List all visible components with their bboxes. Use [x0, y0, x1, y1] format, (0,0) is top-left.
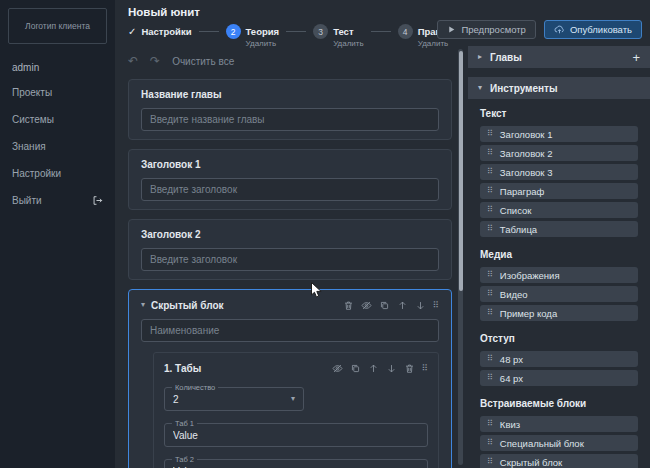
- tool-item-label: Видео: [500, 289, 528, 300]
- trash-icon[interactable]: [343, 300, 354, 311]
- page-title: Новый юнит: [128, 6, 200, 18]
- drag-handle-icon: ⠿: [487, 168, 493, 176]
- tool-item-label: Квиз: [500, 419, 520, 430]
- sidebar-item-label: Выйти: [12, 195, 42, 206]
- step-label: Теория: [246, 24, 280, 39]
- tool-item-label: 48 px: [500, 354, 523, 365]
- editor-toolbar: ↶ ↷ Очистить все: [128, 52, 452, 70]
- tab1-input[interactable]: [173, 430, 419, 441]
- sidebar-item-settings[interactable]: Настройки: [0, 160, 115, 187]
- eye-off-icon[interactable]: [332, 363, 343, 374]
- header: Новый юнит ✓ Настройки 2 Теория Удалить …: [115, 0, 650, 46]
- username: admin: [0, 52, 115, 79]
- tools-header-label: Инструменты: [490, 83, 558, 94]
- field-label: Таб 2: [172, 455, 197, 464]
- hidden-block-name-input[interactable]: [141, 319, 439, 342]
- tool-item-quiz[interactable]: ⠿Квиз: [480, 416, 638, 432]
- tool-item-label: Таблица: [500, 224, 537, 235]
- sidebar-nav: Проекты Системы Знания Настройки Выйти: [0, 79, 115, 214]
- tabs-block-title: 1. Табы: [164, 362, 201, 375]
- check-icon: ✓: [128, 24, 136, 39]
- tool-item-images[interactable]: ⠿Изображения: [480, 267, 638, 283]
- cloud-upload-icon: [554, 24, 565, 35]
- arrow-up-icon[interactable]: [397, 300, 408, 311]
- arrow-down-icon[interactable]: [386, 363, 397, 374]
- tool-item-label: Скрытый блок: [500, 457, 562, 468]
- trash-icon[interactable]: [404, 363, 415, 374]
- tool-item-heading2[interactable]: ⠿Заголовок 2: [480, 145, 638, 161]
- client-logo: Логотип клиента: [8, 8, 107, 44]
- drag-handle-icon: ⠿: [487, 290, 493, 298]
- field-label: Таб 1: [172, 419, 197, 428]
- preview-button[interactable]: Предпросмотр: [437, 20, 535, 39]
- drag-handle-icon: ⠿: [487, 187, 493, 195]
- redo-icon[interactable]: ↷: [150, 55, 160, 67]
- tool-item-paragraph[interactable]: ⠿Параграф: [480, 183, 638, 199]
- sidebar-item-label: Знания: [12, 141, 46, 152]
- tools-header[interactable]: ▾ Инструменты: [468, 77, 650, 99]
- clear-all-button[interactable]: Очистить все: [172, 56, 234, 67]
- sidebar-item-projects[interactable]: Проекты: [0, 79, 115, 106]
- chapter-name-input[interactable]: [141, 108, 439, 131]
- arrow-up-icon[interactable]: [368, 363, 379, 374]
- chapter-name-card: Название главы: [128, 79, 452, 140]
- step-number-badge: 2: [226, 24, 241, 39]
- tab1-field: Таб 1: [164, 423, 428, 447]
- tool-item-table[interactable]: ⠿Таблица: [480, 221, 638, 237]
- sidebar-item-logout[interactable]: Выйти: [0, 187, 115, 214]
- copy-icon[interactable]: [350, 363, 361, 374]
- heading1-card: Заголовок 1: [128, 149, 452, 210]
- heading1-input[interactable]: [141, 178, 439, 201]
- tool-group-title: Медиа: [480, 249, 638, 260]
- drag-handle-icon[interactable]: ⠿: [433, 301, 439, 310]
- tool-item-spacer-48[interactable]: ⠿48 px: [480, 351, 638, 367]
- drag-handle-icon: ⠿: [487, 439, 493, 447]
- arrow-down-icon[interactable]: [415, 300, 426, 311]
- heading2-input[interactable]: [141, 248, 439, 271]
- sidebar-item-knowledge[interactable]: Знания: [0, 133, 115, 160]
- chapters-header[interactable]: ▸ Главы +: [468, 46, 650, 68]
- tool-item-heading3[interactable]: ⠿Заголовок 3: [480, 164, 638, 180]
- drag-handle-icon: ⠿: [487, 374, 493, 382]
- step-number-badge: 3: [313, 24, 328, 39]
- editor-canvas: ↶ ↷ Очистить все Название главы Заголово…: [115, 46, 468, 468]
- drag-handle-icon: ⠿: [487, 420, 493, 428]
- hidden-block-actions: ⠿: [343, 300, 439, 311]
- heading2-card: Заголовок 2: [128, 219, 452, 280]
- chapters-header-label: Главы: [490, 52, 522, 63]
- tool-item-spacer-64[interactable]: ⠿64 px: [480, 370, 638, 386]
- tool-group-title: Текст: [480, 108, 638, 119]
- tool-item-heading1[interactable]: ⠿Заголовок 1: [480, 126, 638, 142]
- step-settings[interactable]: ✓ Настройки: [128, 24, 192, 39]
- sidebar-item-label: Настройки: [12, 168, 61, 179]
- tabs-count-select[interactable]: Количество 2 ▾: [164, 387, 304, 411]
- tool-item-label: Специальный блок: [500, 438, 584, 449]
- tool-item-hidden-block[interactable]: ⠿Скрытый блок: [480, 454, 638, 468]
- tool-item-label: Заголовок 2: [500, 148, 553, 159]
- sidebar-item-systems[interactable]: Системы: [0, 106, 115, 133]
- tool-item-video[interactable]: ⠿Видео: [480, 286, 638, 302]
- scrollbar-thumb[interactable]: [459, 51, 463, 291]
- app-root: Логотип клиента admin Проекты Системы Зн…: [0, 0, 650, 468]
- eye-off-icon[interactable]: [361, 300, 372, 311]
- tool-item-label: Заголовок 3: [500, 167, 553, 178]
- drag-handle-icon: ⠿: [487, 225, 493, 233]
- card-title: Заголовок 2: [141, 228, 439, 241]
- client-logo-label: Логотип клиента: [25, 21, 90, 31]
- copy-icon[interactable]: [379, 300, 390, 311]
- tool-item-list[interactable]: ⠿Список: [480, 202, 638, 218]
- tool-group-title: Встраиваемые блоки: [480, 398, 638, 409]
- chevron-down-icon[interactable]: ▾: [141, 301, 145, 309]
- tool-item-code-sample[interactable]: ⠿Пример кода: [480, 305, 638, 321]
- tool-item-special-block[interactable]: ⠿Специальный блок: [480, 435, 638, 451]
- hidden-block-header: ▾ Скрытый блок ⠿: [141, 298, 439, 312]
- hidden-block-title: Скрытый блок: [151, 299, 224, 312]
- hidden-block-card[interactable]: ▾ Скрытый блок ⠿ 1. Табы: [128, 289, 452, 468]
- card-title: Название главы: [141, 88, 439, 101]
- tool-item-label: Параграф: [500, 186, 545, 197]
- field-label: Количество: [172, 383, 218, 392]
- publish-button[interactable]: Опубликовать: [544, 20, 642, 39]
- drag-handle-icon[interactable]: ⠿: [422, 364, 428, 373]
- add-chapter-button[interactable]: +: [632, 51, 640, 64]
- undo-icon[interactable]: ↶: [128, 55, 138, 67]
